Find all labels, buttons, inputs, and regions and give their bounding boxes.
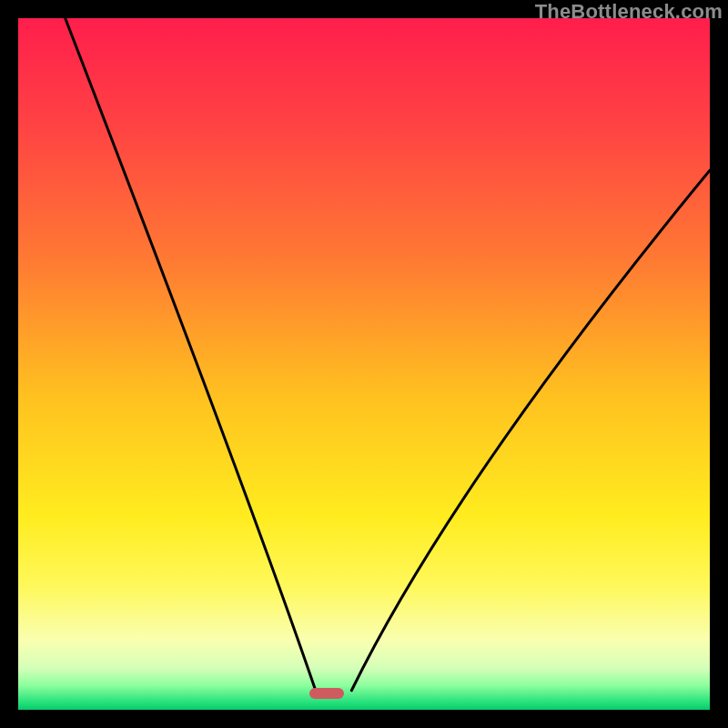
bottleneck-chart — [18, 18, 710, 710]
gradient-background — [18, 18, 710, 710]
chart-frame — [18, 18, 710, 710]
minimum-marker — [309, 688, 344, 699]
watermark-text: TheBottleneck.com — [535, 0, 723, 24]
